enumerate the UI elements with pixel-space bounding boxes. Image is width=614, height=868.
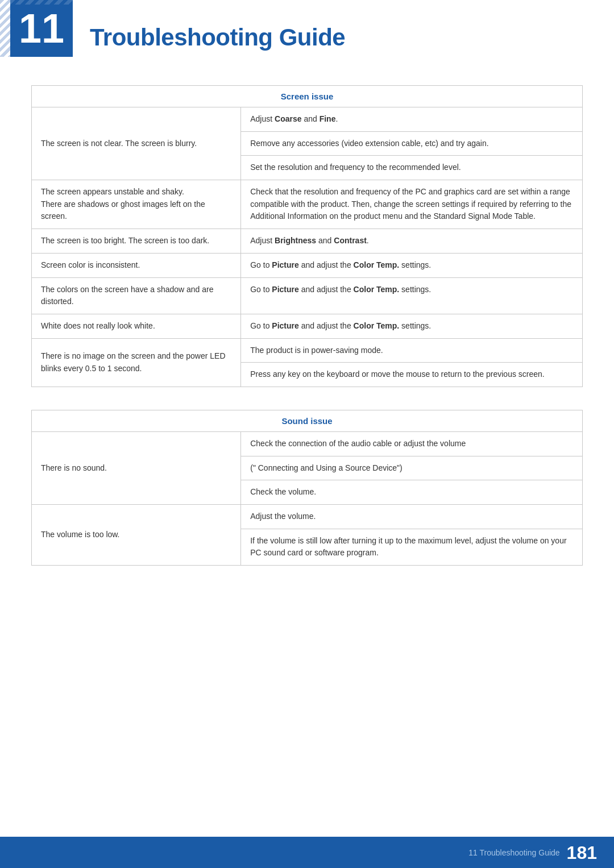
table-row: White does not really look white. Go to … (32, 314, 583, 338)
table-row: The screen appears unstable and shaky. T… (32, 180, 583, 229)
table-row: The volume is too low. Adjust the volume… (32, 505, 583, 529)
sound-issue-table: Sound issue There is no sound. Check the… (31, 410, 583, 566)
bold-term: Picture (272, 285, 298, 294)
content-area: Screen issue The screen is not clear. Th… (0, 85, 614, 634)
footer-label: 11 Troubleshooting Guide (468, 848, 559, 857)
bold-term: Picture (272, 260, 298, 269)
solution-cell: Go to Picture and adjust the Color Temp.… (241, 277, 583, 314)
solution-cell: Remove any accessories (video extension … (241, 131, 583, 156)
decorative-stripes (0, 0, 10, 57)
bold-term: Contrast (334, 236, 367, 245)
solution-cell: Set the resolution and frequency to the … (241, 156, 583, 180)
table-row: There is no image on the screen and the … (32, 338, 583, 363)
solution-cell: (" Connecting and Using a Source Device"… (241, 456, 583, 480)
bold-term: Color Temp. (354, 285, 400, 294)
header-section: 11 Troubleshooting Guide (0, 0, 614, 57)
problem-cell: There is no image on the screen and the … (32, 338, 241, 387)
table-row: The screen is too bright. The screen is … (32, 229, 583, 254)
solution-cell: Adjust Brightness and Contrast. (241, 229, 583, 254)
problem-cell: The colors on the screen have a shadow a… (32, 277, 241, 314)
bold-term: Brightness (275, 236, 316, 245)
page-container: 11 Troubleshooting Guide Screen issue Th… (0, 0, 614, 868)
footer-page-number: 181 (567, 844, 597, 862)
solution-cell: The product is in power-saving mode. (241, 338, 583, 363)
page-footer: 11 Troubleshooting Guide 181 (0, 837, 614, 868)
problem-cell: The volume is too low. (32, 505, 241, 566)
bold-term: Coarse (275, 114, 301, 123)
solution-cell: Check that the resolution and frequency … (241, 180, 583, 229)
solution-cell: Go to Picture and adjust the Color Temp.… (241, 253, 583, 277)
screen-issue-table: Screen issue The screen is not clear. Th… (31, 85, 583, 387)
chapter-number: 11 (19, 8, 64, 49)
bold-term: Color Temp. (354, 321, 400, 330)
solution-cell: If the volume is still low after turning… (241, 529, 583, 565)
chapter-number-block: 11 (10, 0, 73, 57)
table-row: There is no sound. Check the connection … (32, 431, 583, 456)
solution-cell: Adjust Coarse and Fine. (241, 107, 583, 132)
solution-cell: Press any key on the keyboard or move th… (241, 363, 583, 387)
problem-cell: The screen appears unstable and shaky. T… (32, 180, 241, 229)
problem-cell: White does not really look white. (32, 314, 241, 338)
problem-cell: The screen is not clear. The screen is b… (32, 107, 241, 180)
sound-issue-header: Sound issue (32, 410, 583, 431)
solution-cell: Check the connection of the audio cable … (241, 431, 583, 456)
problem-cell: There is no sound. (32, 431, 241, 504)
solution-cell: Go to Picture and adjust the Color Temp.… (241, 314, 583, 338)
bold-term: Picture (272, 321, 298, 330)
chapter-title-area: Troubleshooting Guide (73, 0, 345, 57)
page-title: Troubleshooting Guide (90, 24, 345, 51)
problem-cell: The screen is too bright. The screen is … (32, 229, 241, 254)
table-row: The screen is not clear. The screen is b… (32, 107, 583, 132)
screen-issue-header: Screen issue (32, 86, 583, 107)
bold-term: Color Temp. (354, 260, 400, 269)
solution-cell: Adjust the volume. (241, 505, 583, 529)
bold-term: Fine (320, 114, 336, 123)
problem-cell: Screen color is inconsistent. (32, 253, 241, 277)
table-row: The colors on the screen have a shadow a… (32, 277, 583, 314)
table-row: Screen color is inconsistent. Go to Pict… (32, 253, 583, 277)
solution-cell: Check the volume. (241, 480, 583, 505)
